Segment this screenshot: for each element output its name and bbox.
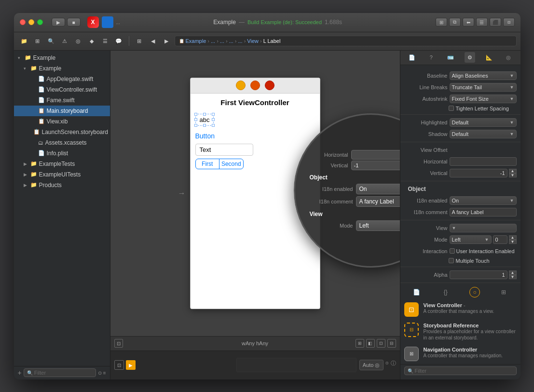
bc-dots4[interactable]: ... <box>238 38 243 44</box>
mode-select[interactable]: Left ▼ <box>450 235 492 244</box>
inspector-btn[interactable]: ☰ <box>476 18 488 27</box>
alpha-input[interactable]: 1 <box>450 270 507 279</box>
horizontal-input[interactable] <box>450 157 517 166</box>
chat-btn[interactable]: 💬 <box>112 36 125 46</box>
multitouch-checkbox[interactable] <box>449 258 454 263</box>
tab-identity[interactable]: 🪪 <box>445 52 456 63</box>
tab-connections[interactable]: ◎ <box>503 52 514 63</box>
callout-mode-select[interactable]: Left ▼ <box>356 220 400 231</box>
vertical-input[interactable]: -1 <box>450 169 507 177</box>
ins-tab-file2[interactable]: 📄 <box>411 287 422 297</box>
stop-button[interactable]: ■ <box>67 18 81 27</box>
canvas-outline-btn[interactable]: ⊡ <box>114 339 123 348</box>
find-btn[interactable]: 🔍 <box>45 36 57 46</box>
mode-step-up[interactable]: ▲ <box>509 235 517 240</box>
bc-view[interactable]: View <box>247 38 259 44</box>
run-button[interactable]: ▶ <box>52 18 65 27</box>
sidebar-item-mainstoryboard[interactable]: 📋 Main.storyboard <box>14 106 110 116</box>
tab-quick-help[interactable]: ? <box>426 52 437 63</box>
editor-mode-btn[interactable]: ⊞ <box>436 18 447 27</box>
view-section-select[interactable]: ▼ <box>450 224 517 232</box>
sidebar-item-exampleuitests[interactable]: ▶ 📁 ExampleUITests <box>14 169 110 180</box>
warning-btn[interactable]: ⚠ <box>58 36 71 46</box>
constraint-btn2[interactable]: ◧ <box>366 339 375 348</box>
sidebar-item-products[interactable]: ▶ 📁 Products <box>14 180 110 190</box>
constraint-btn3[interactable]: ⊡ <box>377 339 385 348</box>
sidebar-item-example-root[interactable]: ▾ 📁 Example <box>14 53 110 63</box>
breakpoint-btn[interactable]: ◆ <box>85 36 98 46</box>
layout-btn[interactable]: ⧉ <box>449 18 461 27</box>
sidebar-item-viewcontroller[interactable]: 📄 ViewController.swift <box>14 84 110 95</box>
minimize-button[interactable] <box>28 19 34 25</box>
callout-i18n-comment-input[interactable]: A fancy Label <box>356 196 400 207</box>
bc-label[interactable]: L Label <box>263 38 281 44</box>
segmented-control[interactable]: First Second <box>195 159 244 169</box>
grid-btn[interactable]: ⊞ <box>133 36 146 46</box>
handle-br[interactable] <box>212 124 215 127</box>
handle-tr[interactable] <box>212 113 215 116</box>
obj-item-navcontroller[interactable]: ⊠ Navigation Controller A controller tha… <box>400 344 520 364</box>
i18n-comment-input[interactable]: A fancy Label <box>450 208 517 216</box>
ins-tab-code[interactable]: {} <box>440 287 451 297</box>
autoshrink-select[interactable]: Fixed Font Size ▼ <box>450 95 517 103</box>
constraint-btn1[interactable]: ⊞ <box>356 339 364 348</box>
step-up[interactable]: ▲ <box>509 169 517 173</box>
debug-btn[interactable]: ⬛ <box>490 18 501 27</box>
seg-first[interactable]: First <box>196 159 220 169</box>
close-button[interactable] <box>20 19 26 25</box>
user-interaction-checkbox[interactable] <box>450 248 455 254</box>
sidebar-item-infoplist[interactable]: 📄 Info.plist <box>14 148 110 159</box>
shadow-select[interactable]: Default ▼ <box>450 130 517 138</box>
handle-ml[interactable] <box>194 118 197 121</box>
highlight-select[interactable]: Default ▼ <box>450 118 517 127</box>
seg-second[interactable]: Second <box>219 159 243 169</box>
sidebar-item-viewxib[interactable]: 📋 View.xib <box>14 116 110 127</box>
maximize-button[interactable] <box>37 19 43 25</box>
callout-i18n-enabled-select[interactable]: On ▼ <box>356 184 400 194</box>
handle-mr[interactable] <box>212 118 215 121</box>
obj-item-storyboardref[interactable]: ⊟ Storyboard Reference Provides a placeh… <box>400 320 520 344</box>
linebreaks-select[interactable]: Truncate Tail ▼ <box>450 83 517 92</box>
bc-dots3[interactable]: ... <box>229 38 233 44</box>
button-link[interactable]: Button <box>195 132 315 140</box>
source-btn[interactable]: ◎ <box>72 36 84 46</box>
auto-btn[interactable]: Auto ◎ <box>359 360 383 370</box>
sidebar-item-launchscreen[interactable]: 📋 LaunchScreen.storyboard <box>14 127 110 137</box>
mode-step-down[interactable]: ▼ <box>509 240 517 244</box>
selected-label[interactable]: abc <box>195 114 214 126</box>
library-btn[interactable]: ⧈ <box>503 18 515 27</box>
sidebar-item-example[interactable]: ▾ 📁 Example <box>14 63 110 74</box>
i18n-enabled-select[interactable]: On ▼ <box>450 196 517 205</box>
bc-example[interactable]: Example <box>186 38 206 44</box>
hierarchy-btn[interactable]: ⊞ <box>31 36 44 46</box>
forward-btn[interactable]: ▶ <box>160 36 173 46</box>
callout-horizontal-input[interactable] <box>351 150 400 160</box>
sidebar-item-exampletests[interactable]: ▶ 📁 ExampleTests <box>14 159 110 169</box>
obj-filter[interactable]: 🔍 Filter <box>404 366 517 375</box>
mode-value2[interactable]: 0 <box>493 235 507 244</box>
sidebar-item-appdelegate[interactable]: 📄 AppDelegate.swift <box>14 74 110 84</box>
tab-file[interactable]: 📄 <box>407 52 417 63</box>
sidebar-filter[interactable]: 🔍 Filter <box>24 368 96 377</box>
tab-size[interactable]: 📐 <box>484 52 494 63</box>
nav-btn[interactable]: ⬅ <box>463 18 474 27</box>
alpha-step-up[interactable]: ▲ <box>509 270 517 275</box>
sidebar-item-assets[interactable]: 🗂 Assets.xcassets <box>14 137 110 148</box>
callout-vertical-input[interactable]: -1 <box>351 161 400 170</box>
obj-item-viewcontroller[interactable]: ⊡ View Controller - A controller that ma… <box>400 299 520 320</box>
constraint-btn4[interactable]: ⊟ <box>387 339 396 348</box>
alpha-step-down[interactable]: ▼ <box>509 275 517 279</box>
handle-bm[interactable] <box>203 124 206 127</box>
tighten-checkbox[interactable] <box>449 106 454 111</box>
bc-dots1[interactable]: ... <box>211 38 215 44</box>
ins-tab-media[interactable]: ⊞ <box>498 287 509 297</box>
report-btn[interactable]: ☰ <box>99 36 111 46</box>
timeline-play-btn[interactable]: ▶ <box>126 360 136 370</box>
handle-bl[interactable] <box>194 124 197 127</box>
handle-tm[interactable] <box>203 113 206 116</box>
step-down[interactable]: ▼ <box>509 173 517 177</box>
sidebar-item-fame[interactable]: 📄 Fame.swift <box>14 95 110 106</box>
folder-btn[interactable]: 📁 <box>18 36 30 46</box>
handle-tl[interactable] <box>194 113 197 116</box>
baseline-select[interactable]: Align Baselines ▼ <box>450 71 517 80</box>
